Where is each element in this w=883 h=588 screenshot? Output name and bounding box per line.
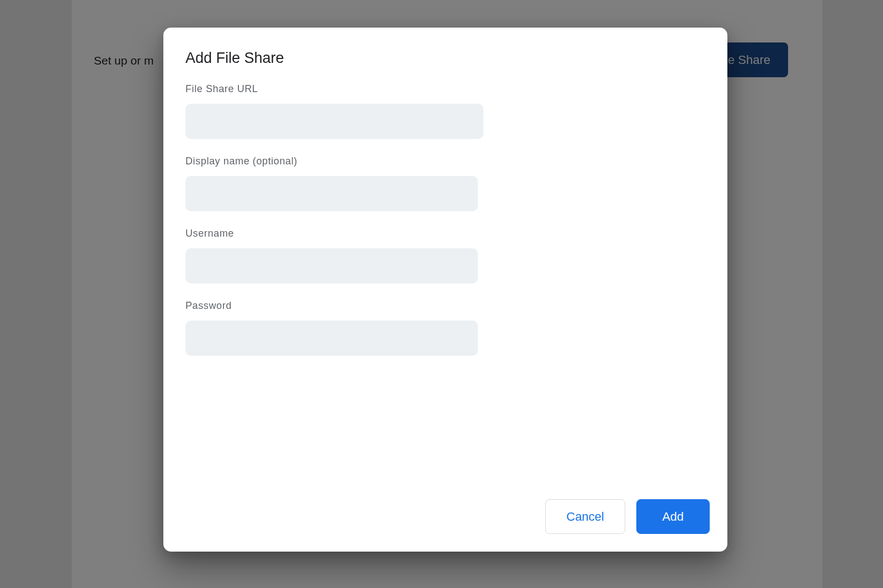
cancel-button[interactable]: Cancel [545, 499, 625, 534]
dialog-body: Add File Share File Share URL Display na… [163, 28, 727, 499]
add-button[interactable]: Add [636, 499, 710, 534]
input-display-name[interactable] [185, 176, 478, 211]
dialog-footer: Cancel Add [163, 499, 727, 552]
field-file-share-url: File Share URL [185, 83, 705, 139]
input-file-share-url[interactable] [185, 104, 483, 139]
input-username[interactable] [185, 248, 478, 284]
field-password: Password [185, 300, 705, 356]
input-password[interactable] [185, 320, 478, 356]
add-file-share-dialog: Add File Share File Share URL Display na… [163, 28, 727, 552]
field-display-name: Display name (optional) [185, 156, 705, 211]
label-display-name: Display name (optional) [185, 156, 705, 167]
label-username: Username [185, 228, 705, 239]
label-password: Password [185, 300, 705, 312]
field-username: Username [185, 228, 705, 284]
dialog-title: Add File Share [185, 50, 705, 67]
label-file-share-url: File Share URL [185, 83, 705, 95]
workspace: Set up or m le Share Add File Share File… [0, 0, 883, 588]
